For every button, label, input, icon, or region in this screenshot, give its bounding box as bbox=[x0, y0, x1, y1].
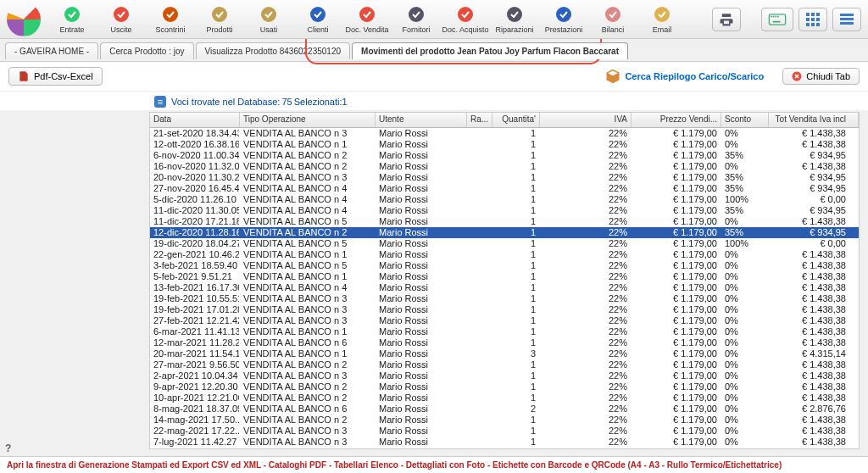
table-row[interactable]: 5-feb-2021 9.51.21VENDITA AL BANCO n 1Ma… bbox=[150, 271, 859, 282]
svg-point-8 bbox=[458, 7, 473, 22]
pdf-icon bbox=[18, 70, 30, 82]
grid-body[interactable]: 21-set-2020 18.34.43VENDITA AL BANCO n 3… bbox=[150, 128, 859, 448]
tab-3[interactable]: Movimenti del prodotto Jean Patou Joy Pa… bbox=[352, 42, 628, 59]
table-row[interactable]: 12-mar-2021 11.28.20VENDITA AL BANCO n 6… bbox=[150, 337, 859, 348]
table-row[interactable]: 17-lug-2021 12.24.03VENDITA AL BANCO n 3… bbox=[150, 448, 859, 448]
footer-link[interactable]: Apri la finestra di Generazione Stampati… bbox=[7, 460, 782, 470]
table-row[interactable]: 2-apr-2021 10.04.34VENDITA AL BANCO n 3M… bbox=[150, 370, 859, 381]
col-header[interactable]: Tot Vendita Iva incl bbox=[769, 113, 859, 127]
tab-2[interactable]: Visualizza Prodotto 8436022350120 bbox=[196, 42, 351, 59]
table-row[interactable]: 27-feb-2021 12.21.42VENDITA AL BANCO n 3… bbox=[150, 315, 859, 326]
svg-point-10 bbox=[556, 7, 571, 22]
table-row[interactable]: 12-ott-2020 16.38.16VENDITA AL BANCO n 1… bbox=[150, 139, 859, 150]
table-row[interactable]: 22-mag-2021 17.22....VENDITA AL BANCO n … bbox=[150, 426, 859, 437]
riepilogo-link[interactable]: Cerca Riepilogo Carico/Scarico bbox=[604, 68, 764, 85]
svg-rect-28 bbox=[840, 14, 854, 16]
table-row[interactable]: 16-nov-2020 11.32.07VENDITA AL BANCO n 2… bbox=[150, 161, 859, 172]
table-row[interactable]: 27-mar-2021 9.56.50VENDITA AL BANCO n 2M… bbox=[150, 359, 859, 370]
svg-rect-30 bbox=[840, 22, 854, 25]
help-icon[interactable]: ? bbox=[5, 442, 11, 454]
toolbar-usati-button[interactable]: Usati bbox=[245, 2, 292, 37]
tabs-bar: - GAVEIRA HOME -Cerca Prodotto : joyVisu… bbox=[0, 39, 868, 61]
table-row[interactable]: 6-mar-2021 11.41.13VENDITA AL BANCO n 1M… bbox=[150, 326, 859, 337]
col-header[interactable]: IVA bbox=[540, 113, 632, 127]
svg-rect-19 bbox=[806, 13, 810, 16]
toolbar-prestazioni-button[interactable]: Prestazioni bbox=[540, 2, 587, 37]
action-bar: Pdf-Csv-Excel Cerca Riepilogo Carico/Sca… bbox=[0, 61, 868, 92]
table-row[interactable]: 9-apr-2021 12.20.30VENDITA AL BANCO n 2M… bbox=[150, 381, 859, 392]
svg-point-0 bbox=[64, 7, 80, 22]
svg-point-9 bbox=[507, 7, 522, 22]
grid-header: DataTipo OperazioneUtenteRa...Quantita'I… bbox=[150, 113, 859, 128]
col-header[interactable]: Quantita' bbox=[492, 113, 540, 127]
svg-point-3 bbox=[212, 7, 227, 22]
table-row[interactable]: 5-dic-2020 11.26.10VENDITA AL BANCO n 4M… bbox=[150, 194, 859, 205]
fornitori-icon bbox=[406, 4, 426, 25]
table-row[interactable]: 11-dic-2020 11.30.05VENDITA AL BANCO n 4… bbox=[150, 205, 859, 216]
print-button[interactable] bbox=[712, 8, 741, 31]
col-header[interactable]: Tipo Operazione bbox=[240, 113, 376, 127]
toolbar-fornitori-button[interactable]: Fornitori bbox=[392, 2, 440, 37]
toolbar-bilanci-button[interactable]: Bilanci bbox=[589, 2, 637, 37]
table-row[interactable]: 19-feb-2021 17.01.28VENDITA AL BANCO n 3… bbox=[150, 304, 859, 315]
close-icon bbox=[792, 71, 802, 81]
usati-icon bbox=[259, 4, 279, 25]
table-row[interactable]: 21-set-2020 18.34.43VENDITA AL BANCO n 3… bbox=[150, 128, 859, 139]
svg-point-6 bbox=[359, 7, 375, 22]
table-row[interactable]: 11-dic-2020 17.21.18VENDITA AL BANCO n 5… bbox=[150, 216, 859, 227]
col-header[interactable]: Ra... bbox=[467, 113, 492, 127]
toolbar-docacquisto-button[interactable]: Doc. Acquisto bbox=[442, 2, 489, 37]
svg-rect-25 bbox=[806, 23, 810, 26]
toolbar-prodotti-button[interactable]: Prodotti bbox=[196, 2, 243, 37]
svg-point-7 bbox=[409, 7, 424, 22]
table-row[interactable]: 3-feb-2021 18.59.40VENDITA AL BANCO n 5M… bbox=[150, 260, 859, 271]
table-row[interactable]: 6-nov-2020 11.00.34VENDITA AL BANCO n 2M… bbox=[150, 150, 859, 161]
table-row[interactable]: 19-feb-2021 10.55.51VENDITA AL BANCO n 3… bbox=[150, 293, 859, 304]
col-header[interactable]: Utente bbox=[376, 113, 467, 127]
table-row[interactable]: 7-lug-2021 11.42.27VENDITA AL BANCO n 3M… bbox=[150, 437, 859, 448]
data-grid: DataTipo OperazioneUtenteRa...Quantita'I… bbox=[149, 112, 860, 449]
table-row[interactable]: 8-mag-2021 18.37.09VENDITA AL BANCO n 6M… bbox=[150, 403, 859, 415]
col-header[interactable]: Prezzo Vendi... bbox=[632, 113, 721, 127]
table-row[interactable]: 27-nov-2020 16.45.41VENDITA AL BANCO n 4… bbox=[150, 183, 859, 194]
chiudi-tab-button[interactable]: Chiudi Tab bbox=[782, 68, 860, 85]
svg-point-2 bbox=[163, 7, 178, 22]
clienti-icon bbox=[308, 4, 328, 25]
svg-rect-14 bbox=[771, 15, 772, 17]
table-row[interactable]: 22-gen-2021 10.46.22VENDITA AL BANCO n 1… bbox=[150, 249, 859, 260]
scontrini-icon bbox=[160, 4, 181, 25]
svg-rect-24 bbox=[816, 18, 820, 21]
table-row[interactable]: 14-mag-2021 17.50....VENDITA AL BANCO n … bbox=[150, 415, 859, 426]
col-header[interactable]: Sconto bbox=[721, 113, 769, 127]
docvendita-icon bbox=[357, 4, 377, 25]
uscite-icon bbox=[111, 4, 131, 25]
table-row[interactable]: 12-dic-2020 11.28.16VENDITA AL BANCO n 2… bbox=[150, 227, 859, 238]
toolbar-email-button[interactable]: Email bbox=[638, 2, 686, 37]
riparazioni-icon bbox=[504, 4, 525, 25]
table-row[interactable]: 10-apr-2021 12.21.00VENDITA AL BANCO n 2… bbox=[150, 392, 859, 403]
table-row[interactable]: 20-mar-2021 11.54.13VENDITA AL BANCO n 1… bbox=[150, 348, 859, 359]
table-row[interactable]: 20-nov-2020 11.30.24VENDITA AL BANCO n 3… bbox=[150, 172, 859, 183]
toolbar-docvendita-button[interactable]: Doc. Vendita bbox=[343, 2, 391, 37]
info-icon: ≡ bbox=[154, 96, 166, 108]
svg-point-1 bbox=[114, 7, 129, 22]
col-header[interactable]: Data bbox=[150, 113, 240, 127]
table-row[interactable]: 19-dic-2020 18.04.27VENDITA AL BANCO n 5… bbox=[150, 238, 859, 249]
keyboard-button[interactable] bbox=[761, 8, 793, 31]
toolbar-clienti-button[interactable]: Clienti bbox=[294, 2, 342, 37]
app-logo-icon bbox=[7, 3, 41, 36]
export-pdf-csv-excel-button[interactable]: Pdf-Csv-Excel bbox=[8, 67, 103, 86]
results-info-bar: ≡ Voci trovate nel Database: 75 Selezion… bbox=[0, 92, 868, 110]
toolbar-entrate-button[interactable]: Entrate bbox=[48, 2, 96, 37]
toolbar-uscite-button[interactable]: Uscite bbox=[97, 2, 145, 37]
svg-rect-23 bbox=[811, 18, 815, 21]
svg-rect-18 bbox=[773, 20, 781, 22]
toolbar-scontrini-button[interactable]: Scontrini bbox=[147, 2, 194, 37]
table-row[interactable]: 13-feb-2021 16.17.36VENDITA AL BANCO n 4… bbox=[150, 282, 859, 293]
tab-0[interactable]: - GAVEIRA HOME - bbox=[5, 42, 98, 59]
toolbar-riparazioni-button[interactable]: Riparazioni bbox=[491, 2, 538, 37]
footer-bar: Apri la finestra di Generazione Stampati… bbox=[0, 456, 868, 473]
list-button[interactable] bbox=[832, 8, 861, 31]
grid-button[interactable] bbox=[798, 8, 827, 31]
tab-1[interactable]: Cerca Prodotto : joy bbox=[100, 42, 193, 59]
